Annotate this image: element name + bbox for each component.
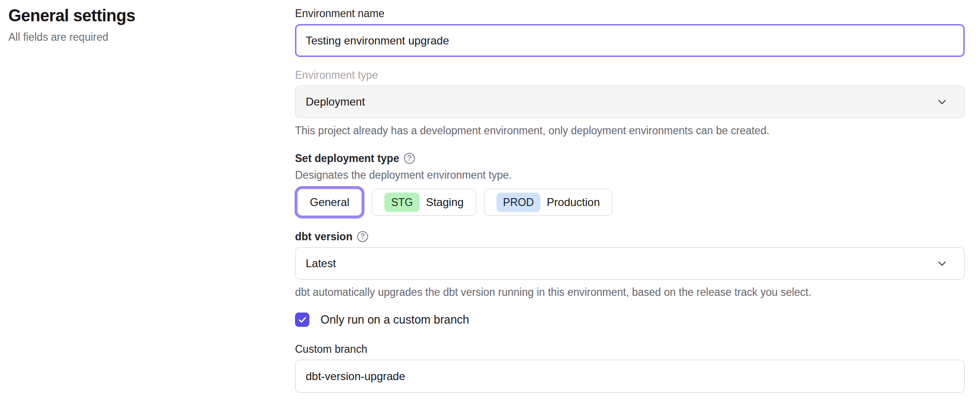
deployment-type-helper: Designates the deployment environment ty…	[295, 169, 965, 181]
page-heading: General settings All fields are required	[8, 6, 268, 44]
deployment-type-label: Set deployment type	[295, 151, 399, 165]
dbt-version-value: Latest	[306, 257, 336, 270]
general-button-label: General	[310, 196, 349, 209]
chevron-down-icon	[936, 96, 948, 107]
production-badge: PROD	[496, 193, 540, 212]
environment-type-label: Environment type	[295, 68, 965, 82]
chevron-down-icon	[936, 258, 948, 269]
staging-badge: STG	[384, 193, 419, 212]
environment-name-label: Environment name	[295, 6, 965, 20]
deployment-type-staging-button[interactable]: STG Staging	[372, 189, 476, 216]
environment-name-input[interactable]	[295, 24, 965, 57]
help-icon[interactable]: ?	[357, 231, 368, 242]
environment-type-select: Deployment	[295, 86, 965, 118]
custom-branch-checkbox-label: Only run on a custom branch	[320, 313, 469, 326]
deployment-type-production-button[interactable]: PROD Production	[484, 189, 612, 216]
dbt-version-helper: dbt automatically upgrades the dbt versi…	[295, 286, 965, 299]
deployment-type-general-button[interactable]: General	[297, 189, 362, 216]
custom-branch-label: Custom branch	[295, 342, 965, 356]
page-subtitle: All fields are required	[8, 31, 268, 44]
custom-branch-checkbox-row: Only run on a custom branch	[295, 312, 965, 327]
custom-branch-input[interactable]	[295, 360, 965, 393]
staging-button-label: Staging	[426, 196, 464, 209]
dbt-version-select[interactable]: Latest	[295, 247, 965, 280]
help-icon[interactable]: ?	[404, 153, 415, 164]
deployment-type-options: General STG Staging PROD Production	[295, 189, 965, 216]
environment-settings-form: Environment name Environment type Deploy…	[295, 6, 965, 393]
environment-type-value: Deployment	[306, 95, 365, 108]
dbt-version-label: dbt version	[295, 230, 352, 244]
checkmark-icon	[298, 315, 307, 325]
environment-type-helper: This project already has a development e…	[295, 124, 965, 137]
general-settings-page: General settings All fields are required…	[0, 0, 980, 400]
production-button-label: Production	[547, 196, 600, 209]
page-title: General settings	[8, 6, 268, 26]
custom-branch-checkbox[interactable]	[295, 312, 309, 327]
